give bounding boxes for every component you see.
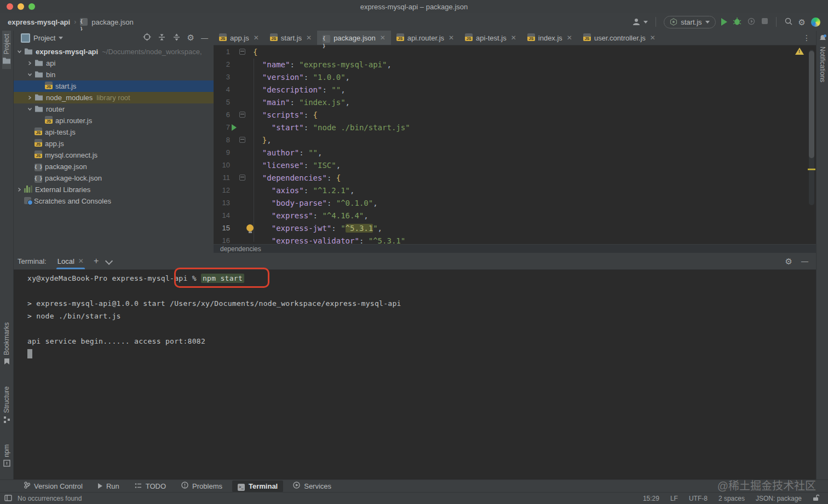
code-text[interactable]: "main": "index.js", bbox=[246, 98, 350, 107]
code-text[interactable]: { bbox=[246, 48, 257, 56]
more-options-icon[interactable]: ⋮ bbox=[797, 31, 816, 45]
window-layout-icon[interactable] bbox=[4, 495, 12, 503]
tool-window-tab-run[interactable]: Run bbox=[93, 481, 125, 491]
run-gutter-icon[interactable] bbox=[230, 124, 238, 131]
code-text[interactable]: "description": "", bbox=[246, 85, 346, 94]
tree-item-api[interactable]: api bbox=[13, 57, 214, 69]
close-icon[interactable]: ✕ bbox=[78, 257, 84, 265]
settings-icon[interactable]: ⚙ bbox=[785, 257, 792, 265]
close-icon[interactable]: ✕ bbox=[567, 34, 572, 42]
stripe-tab-notifications[interactable]: Notifications bbox=[819, 31, 827, 85]
unlock-icon[interactable] bbox=[813, 494, 819, 503]
tab-user-controller-js[interactable]: JSuser.controller.js✕ bbox=[578, 31, 661, 45]
tool-window-tab-todo[interactable]: TODO bbox=[129, 481, 171, 491]
status-indent-setting[interactable]: 2 spaces bbox=[718, 495, 745, 502]
tree-item-app-js[interactable]: JSapp.js bbox=[13, 138, 214, 149]
tool-window-tab-services[interactable]: Services bbox=[288, 480, 337, 491]
fold-icon[interactable] bbox=[238, 175, 246, 181]
tab-package-json[interactable]: { }package.json✕ bbox=[317, 31, 391, 45]
tree-expand-icon[interactable] bbox=[14, 49, 24, 54]
fold-icon[interactable] bbox=[238, 112, 246, 118]
close-icon[interactable]: ✕ bbox=[254, 34, 259, 42]
fold-icon[interactable] bbox=[238, 49, 246, 55]
code-text[interactable]: "start": "node ./bin/start.js" bbox=[246, 123, 410, 132]
tree-item-external-libraries[interactable]: External Libraries bbox=[13, 184, 214, 195]
status-caret-position[interactable]: 15:29 bbox=[643, 495, 659, 502]
inspection-warning-icon[interactable] bbox=[795, 48, 804, 55]
close-icon[interactable]: ✕ bbox=[380, 34, 386, 42]
close-icon[interactable]: ✕ bbox=[511, 34, 516, 42]
stripe-tab-project[interactable]: Project bbox=[2, 31, 11, 69]
code-text[interactable]: }, bbox=[246, 136, 272, 144]
code-text[interactable]: "axios": "^1.2.1", bbox=[246, 186, 354, 195]
terminal-dropdown-icon[interactable] bbox=[106, 257, 112, 265]
tree-item-scratches-and-consoles[interactable]: Scratches and Consoles bbox=[13, 195, 214, 207]
breadcrumb-dependencies[interactable]: dependencies bbox=[220, 245, 261, 253]
breadcrumb-project[interactable]: express-mysql-api bbox=[8, 18, 70, 26]
locate-icon[interactable] bbox=[143, 33, 151, 43]
tree-item-mysql-connect-js[interactable]: JSmysql.connect.js bbox=[13, 149, 214, 161]
tree-item-router[interactable]: router bbox=[13, 103, 214, 115]
tree-item-package-lock-json[interactable]: { }package-lock.json bbox=[13, 172, 214, 184]
search-icon[interactable] bbox=[784, 17, 793, 27]
project-view-selector[interactable]: Project bbox=[21, 33, 63, 43]
status-file-type[interactable]: JSON: package bbox=[756, 495, 802, 502]
tab-app-js[interactable]: JSapp.js✕ bbox=[214, 31, 264, 45]
fold-icon[interactable] bbox=[238, 137, 246, 143]
run-icon[interactable] bbox=[721, 18, 727, 26]
tree-item-express-mysql-api[interactable]: express-mysql-api~/Documents/node_worksp… bbox=[13, 46, 214, 57]
tree-item-api-router-js[interactable]: JSapi.router.js bbox=[13, 115, 214, 126]
code-text[interactable]: "license": "ISC", bbox=[246, 161, 341, 170]
code-text[interactable]: "dependencies": { bbox=[246, 173, 341, 182]
tab-start-js[interactable]: JSstart.js✕ bbox=[264, 31, 317, 45]
breadcrumb-file[interactable]: package.json bbox=[91, 18, 134, 26]
code-text[interactable]: "name": "express-mysql-api", bbox=[246, 60, 392, 69]
tool-window-tab-problems[interactable]: Problems bbox=[176, 480, 228, 491]
editor-scrollbar-thumb[interactable] bbox=[809, 51, 814, 158]
status-encoding[interactable]: UTF-8 bbox=[689, 495, 708, 502]
collapse-all-icon[interactable] bbox=[158, 33, 166, 43]
tab-api-router-js[interactable]: JSapi.router.js✕ bbox=[391, 31, 459, 45]
tree-expand-icon[interactable] bbox=[25, 61, 34, 66]
tree-expand-icon[interactable] bbox=[25, 95, 34, 100]
status-line-ending[interactable]: LF bbox=[670, 495, 678, 502]
settings-icon[interactable]: ⚙ bbox=[798, 18, 806, 26]
terminal-content[interactable]: xy@xydeMacBook-Pro express-mysql-api % n… bbox=[13, 270, 816, 360]
tree-item-node-modules[interactable]: node_moduleslibrary root bbox=[13, 92, 214, 103]
tree-item-api-test-js[interactable]: JSapi-test.js bbox=[13, 126, 214, 138]
tool-window-tab-version-control[interactable]: Version Control bbox=[19, 480, 88, 491]
code-text[interactable]: "scripts": { bbox=[246, 111, 318, 119]
stripe-tab-bookmarks[interactable]: Bookmarks bbox=[3, 319, 10, 370]
user-icon[interactable] bbox=[633, 18, 648, 26]
stripe-tab-structure[interactable]: Structure bbox=[3, 383, 10, 428]
intention-bulb-icon[interactable] bbox=[246, 224, 254, 231]
tree-item-start-js[interactable]: JSstart.js bbox=[13, 80, 214, 92]
code-text[interactable]: "body-parse": "^0.1.0", bbox=[246, 199, 378, 207]
tree-expand-icon[interactable] bbox=[25, 72, 34, 77]
close-icon[interactable]: ✕ bbox=[306, 34, 312, 42]
code-text[interactable]: "version": "1.0.0", bbox=[246, 73, 350, 82]
hide-icon[interactable]: — bbox=[801, 257, 808, 265]
close-icon[interactable]: ✕ bbox=[650, 34, 656, 42]
close-icon[interactable]: ✕ bbox=[449, 34, 454, 42]
hide-icon[interactable]: — bbox=[201, 34, 208, 42]
tree-item-package-json[interactable]: { }package.json bbox=[13, 161, 214, 172]
stripe-tab-npm[interactable]: npm bbox=[3, 441, 10, 472]
tree-expand-icon[interactable] bbox=[14, 187, 24, 192]
debug-icon[interactable] bbox=[733, 17, 741, 27]
tree-expand-icon[interactable] bbox=[25, 107, 34, 112]
settings-icon[interactable]: ⚙ bbox=[187, 33, 194, 42]
run-configuration-selector[interactable]: start.js bbox=[664, 16, 715, 28]
tool-window-tab-terminal[interactable]: >_Terminal bbox=[232, 480, 283, 492]
terminal-tab-local[interactable]: Local ✕ bbox=[56, 253, 85, 269]
new-terminal-button[interactable]: + bbox=[94, 257, 99, 265]
code-text[interactable]: "express": "^4.16.4", bbox=[246, 211, 369, 220]
code-text[interactable]: "express-jwt": "^5.3.1", bbox=[246, 224, 382, 233]
tab-index-js[interactable]: JSindex.js✕ bbox=[522, 31, 578, 45]
tab-api-test-js[interactable]: JSapi-test.js✕ bbox=[459, 31, 522, 45]
code-text[interactable]: "author": "", bbox=[246, 148, 322, 157]
code-area[interactable]: 1{2 "name": "express-mysql-api",3 "versi… bbox=[214, 45, 816, 244]
expand-all-icon[interactable] bbox=[173, 33, 181, 43]
tree-item-bin[interactable]: bin bbox=[13, 69, 214, 80]
code-text[interactable]: "express-validator": "^5.3.1" bbox=[246, 236, 405, 245]
